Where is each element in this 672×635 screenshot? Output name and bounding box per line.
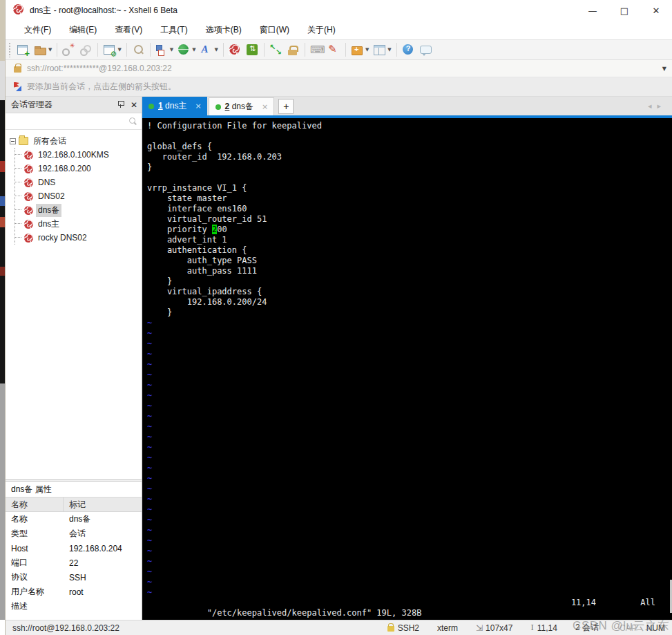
property-name: 描述 — [6, 599, 64, 614]
pin-panel-icon[interactable] — [117, 101, 124, 108]
terminal-line: 192.168.0.200/24 — [147, 297, 672, 307]
terminal-line: advert_int 1 — [147, 235, 672, 245]
tab-dns-backup[interactable]: 2 dns备 × — [209, 97, 275, 115]
resize-icon: ⇲ — [476, 623, 483, 633]
properties-column-header: 标记 — [64, 497, 142, 512]
minimize-button[interactable]: — — [577, 0, 608, 21]
toolbar-grip — [8, 42, 12, 57]
menu-about[interactable]: 关于(H) — [298, 21, 345, 39]
close-panel-icon[interactable]: ✕ — [131, 100, 137, 110]
dropdown-arrow-icon[interactable]: ▼ — [117, 47, 121, 53]
layout-button[interactable]: ▼ — [371, 42, 393, 58]
cursor-position-icon: I — [530, 623, 533, 632]
session-properties-button[interactable]: ▼ — [101, 42, 123, 58]
find-button[interactable] — [130, 42, 147, 58]
tree-item-session[interactable]: 192.168.0.100KMS — [15, 148, 142, 162]
compose-button[interactable] — [325, 42, 343, 58]
feedback-button[interactable] — [417, 42, 434, 58]
maximize-button[interactable]: □ — [608, 0, 640, 21]
reconnect-button[interactable] — [77, 42, 95, 58]
terminal-line: global_defs { — [147, 142, 672, 152]
tree-item-session[interactable]: DNS — [15, 176, 142, 189]
xftp-icon — [246, 44, 259, 57]
dropdown-arrow-icon[interactable]: ▼ — [170, 47, 173, 53]
menu-view[interactable]: 查看(V) — [106, 21, 151, 39]
vim-tilde-line: ~ — [147, 494, 672, 504]
menu-window[interactable]: 窗口(W) — [251, 21, 298, 39]
new-tab-button[interactable]: + — [278, 99, 294, 114]
tree-item-session[interactable]: 192.168.0.200 — [15, 162, 142, 176]
new-session-button[interactable] — [15, 42, 32, 58]
session-label: DNS02 — [36, 191, 67, 202]
session-label: 192.168.0.200 — [36, 163, 93, 174]
vim-scroll-indicator: All — [640, 598, 655, 608]
open-folder-button[interactable]: ▼ — [32, 42, 54, 58]
menu-tabs[interactable]: 选项卡(B) — [197, 21, 251, 39]
terminal-screen[interactable]: ! Configuration File for keepalived glob… — [142, 118, 672, 620]
xshell-button[interactable] — [227, 42, 244, 58]
session-manager-panel: 会话管理器 ✕ 所有会话 192.168.0.10 — [6, 97, 142, 620]
menu-edit[interactable]: 编辑(E) — [60, 21, 106, 39]
lock-screen-button[interactable] — [285, 42, 302, 58]
tree-item-session[interactable]: DNS02 — [15, 189, 142, 203]
dropdown-arrow-icon[interactable]: ▼ — [387, 47, 391, 53]
close-button[interactable]: ✕ — [640, 0, 672, 21]
toolbar-separator — [264, 43, 265, 57]
connected-status-icon — [215, 104, 221, 110]
vim-tilde-line: ~ — [147, 401, 672, 411]
notice-bar: 要添加当前会话，点击左侧的箭头按钮。 — [6, 77, 672, 97]
vim-tilde-line: ~ — [147, 484, 672, 494]
dropdown-arrow-icon[interactable]: ▼ — [192, 47, 195, 53]
duplicate-session-button[interactable]: ▼ — [153, 42, 175, 58]
vim-tilde-line: ~ — [147, 525, 672, 536]
xftp-button[interactable] — [244, 42, 261, 58]
disconnect-button[interactable] — [60, 42, 77, 58]
address-bar[interactable]: ssh://root:***********@192.168.0.203:22 … — [6, 60, 672, 77]
session-label: dns主 — [36, 218, 61, 231]
new-file-button[interactable]: ▼ — [349, 42, 371, 58]
duplicate-session-icon — [155, 44, 169, 57]
vim-tilde-line: ~ — [147, 390, 672, 401]
tree-item-session[interactable]: dns主 — [15, 217, 142, 231]
menu-tools[interactable]: 工具(T) — [151, 21, 196, 39]
dropdown-arrow-icon[interactable]: ▼ — [365, 47, 369, 53]
search-icon[interactable] — [128, 117, 137, 126]
menu-file[interactable]: 文件(F) — [15, 21, 60, 39]
tab-dns-master[interactable]: 1 dns主 × — [142, 97, 207, 115]
vim-tilde-line: ~ — [147, 318, 672, 328]
property-value: dns备 — [64, 512, 142, 527]
tab-close-icon[interactable]: × — [195, 102, 201, 111]
font-button[interactable]: ▼ — [198, 42, 220, 58]
vim-tilde-line: ~ — [147, 359, 672, 370]
property-value — [64, 599, 142, 614]
web-icon — [177, 44, 191, 57]
help-button[interactable] — [400, 42, 417, 58]
tree-item-session[interactable]: dns备 — [15, 203, 142, 217]
dropdown-arrow-icon[interactable]: ▼ — [215, 47, 218, 53]
tree-item-session[interactable]: rocky DNS02 — [15, 231, 142, 245]
find-icon — [132, 44, 145, 57]
dropdown-arrow-icon[interactable]: ▼ — [48, 47, 52, 53]
terminal-line: } — [147, 162, 672, 173]
tab-close-icon[interactable]: × — [262, 102, 268, 111]
terminal-line: state master — [147, 193, 672, 204]
session-count[interactable]: 2 会话 — [575, 622, 599, 634]
lock-screen-icon — [287, 44, 300, 57]
toolbar-separator — [223, 43, 224, 57]
encryption-label: SSH2 — [398, 623, 419, 633]
collapse-icon[interactable] — [10, 138, 16, 144]
feedback-icon — [419, 44, 432, 57]
virtual-keyboard-button[interactable] — [308, 42, 325, 58]
terminal-type[interactable]: xterm — [437, 623, 458, 633]
tree-item-all-sessions[interactable]: 所有会话 — [6, 134, 142, 148]
fullscreen-button[interactable] — [267, 42, 285, 58]
toolbar-separator — [57, 43, 57, 57]
caps-lock-indicator: CAP — [620, 623, 637, 633]
connected-status-icon — [148, 104, 154, 109]
web-button[interactable]: ▼ — [175, 42, 198, 58]
tab-scroll-arrows[interactable]: ◂▸ — [648, 102, 666, 111]
add-session-flag-icon[interactable] — [14, 82, 22, 92]
session-search-input[interactable] — [10, 115, 128, 128]
address-dropdown-icon[interactable]: ▼ — [662, 66, 666, 72]
vim-status-line: "/etc/keepalived/keepalived.conf" 19L, 3… — [147, 598, 672, 608]
